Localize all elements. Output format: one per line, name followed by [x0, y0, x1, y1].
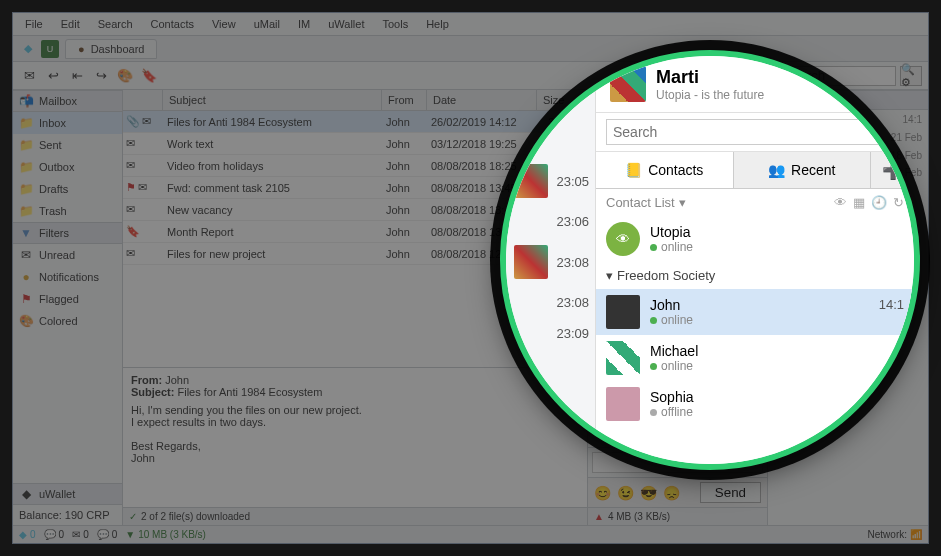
folder-drafts[interactable]: 📁Drafts [13, 178, 122, 200]
folder-icon: 📁 [19, 116, 33, 130]
chat-toolbar: 😊 😉 😎 😞 Send [588, 477, 767, 507]
mailbox-header[interactable]: 📬 Mailbox [13, 90, 122, 112]
sb-msg-icon: 💬 0 [97, 529, 118, 540]
filter-unread[interactable]: ✉Unread [13, 244, 122, 266]
folder-sent[interactable]: 📁Sent [13, 134, 122, 156]
forward-icon[interactable]: ↪ [91, 66, 111, 86]
mail-columns: Subject From Date Size [123, 90, 587, 111]
contact-group[interactable]: ▾ Freedom Society [596, 262, 914, 289]
palette-icon[interactable]: 🎨 [115, 66, 135, 86]
folder-trash[interactable]: 📁Trash [13, 200, 122, 222]
contact-list-hdr[interactable]: Contact List ▾ 👁 ▦ 🕘 ↻ [596, 189, 914, 216]
menu-search[interactable]: Search [90, 15, 141, 33]
folder-outbox[interactable]: 📁Outbox [13, 156, 122, 178]
upload-bar: ▲ 4 MB (3 KB/s) [588, 507, 767, 525]
calendar-icon[interactable]: ▦ [853, 195, 865, 210]
contact-name: Michael [650, 343, 698, 359]
mag-msg: 23:08 [506, 287, 595, 318]
filter-notifications[interactable]: ●Notifications [13, 266, 122, 288]
menu-edit[interactable]: Edit [53, 15, 88, 33]
menu-view[interactable]: View [204, 15, 244, 33]
mail-icon: ✉ [126, 203, 135, 216]
contact-john[interactable]: John online 14:1 [596, 289, 914, 335]
sb-gem-icon: ◆ 0 [19, 529, 36, 540]
mag-tabs: 📒 Contacts 👥 Recent ➕ [596, 152, 914, 189]
menu-file[interactable]: File [17, 15, 51, 33]
body-line: John [131, 452, 579, 464]
body-line: Hi, I'm sending you the files on our new… [131, 404, 579, 416]
user-tagline: Utopia - is the future [656, 88, 764, 102]
menu-tools[interactable]: Tools [374, 15, 416, 33]
mag-msg: 23:08 [506, 237, 595, 287]
mail-preview: From: John Subject: Files for Anti 1984 … [123, 367, 587, 507]
folder-icon: 📁 [19, 138, 33, 152]
col-date[interactable]: Date [427, 90, 537, 110]
emoji-smile-icon[interactable]: 😊 [594, 485, 611, 501]
menu-umail[interactable]: uMail [246, 15, 288, 33]
online-dot-icon [650, 363, 657, 370]
bookmark-icon[interactable]: 🔖 [139, 66, 159, 86]
flag-icon: ⚑ [19, 292, 33, 306]
tab-contacts[interactable]: 📒 Contacts [596, 152, 734, 188]
folder-inbox[interactable]: 📁Inbox [13, 112, 122, 134]
mail-icon: ✉ [126, 247, 135, 260]
gem-icon[interactable]: ◆ [19, 40, 37, 58]
mail-row[interactable]: ✉Work textJohn03/12/2018 19:25400 B [123, 133, 587, 155]
sidebar: 📬 Mailbox 📁Inbox 📁Sent 📁Outbox 📁Drafts 📁… [13, 90, 123, 525]
contact-michael[interactable]: Michael online [596, 335, 914, 381]
menu-im[interactable]: IM [290, 15, 318, 33]
col-subject[interactable]: Subject [163, 90, 382, 110]
avatar [514, 245, 548, 279]
wallet-header[interactable]: ◆uWallet [13, 483, 122, 505]
download-text: 2 of 2 file(s) downloaded [141, 511, 250, 522]
tab-dashboard[interactable]: ● Dashboard [65, 39, 157, 59]
eye-off-icon[interactable]: 👁 [834, 195, 847, 210]
send-button[interactable]: Send [700, 482, 761, 503]
reply-icon[interactable]: ↩ [43, 66, 63, 86]
filter-flagged[interactable]: ⚑Flagged [13, 288, 122, 310]
avatar: 👁 [606, 222, 640, 256]
filters-header[interactable]: ▼Filters [13, 222, 122, 244]
contact-status: offline [650, 405, 694, 419]
subject-label: Subject: [131, 386, 174, 398]
search-input[interactable] [606, 119, 904, 145]
contact-utopia[interactable]: 👁 Utopia online [596, 216, 914, 262]
wallet-balance: Balance: 190 CRP [13, 505, 122, 525]
filter-icon: ▼ [19, 226, 33, 240]
flag-icon: ⚑ [126, 181, 136, 194]
filter-colored[interactable]: 🎨Colored [13, 310, 122, 332]
menu-contacts[interactable]: Contacts [143, 15, 202, 33]
mail-row[interactable]: 📎✉Files for Anti 1984 EcosystemJohn26/02… [123, 111, 587, 133]
mail-icon: ✉ [138, 181, 147, 194]
globe-icon: ● [78, 43, 85, 55]
body-line: I expect results in two days. [131, 416, 579, 428]
sb-network: Network: 📶 [868, 529, 922, 540]
contact-name: Sophia [650, 389, 694, 405]
contact-status: online [650, 313, 693, 327]
reply-all-icon[interactable]: ⇤ [67, 66, 87, 86]
upload-text: 4 MB (3 KB/s) [608, 511, 670, 522]
sync-icon[interactable]: ↻ [893, 195, 904, 210]
sb-download: ▼ 10 MB (3 KB/s) [125, 529, 206, 540]
contact-time: 14:1 [879, 295, 904, 312]
app-icon[interactable]: U [41, 40, 59, 58]
sb-mail-icon: ✉ 0 [72, 529, 89, 540]
mag-msg: 23:06 [506, 206, 595, 237]
avatar [606, 387, 640, 421]
col-icons[interactable] [123, 90, 163, 110]
mag-search [596, 113, 914, 152]
col-from[interactable]: From [382, 90, 427, 110]
online-dot-icon [650, 244, 657, 251]
menu-uwallet[interactable]: uWallet [320, 15, 372, 33]
search-button[interactable]: 🔍⚙ [900, 66, 922, 86]
emoji-wink-icon[interactable]: 😉 [617, 485, 634, 501]
emoji-sad-icon[interactable]: 😞 [663, 485, 680, 501]
menu-help[interactable]: Help [418, 15, 457, 33]
compose-icon[interactable]: ✉ [19, 66, 39, 86]
mag-msg: 23:09 [506, 318, 595, 349]
clock-icon[interactable]: 🕘 [871, 195, 887, 210]
download-bar: ✓ 2 of 2 file(s) downloaded [123, 507, 587, 525]
emoji-cool-icon[interactable]: 😎 [640, 485, 657, 501]
bookmark-icon: 🔖 [126, 225, 140, 238]
tab-recent[interactable]: 👥 Recent [734, 152, 871, 188]
